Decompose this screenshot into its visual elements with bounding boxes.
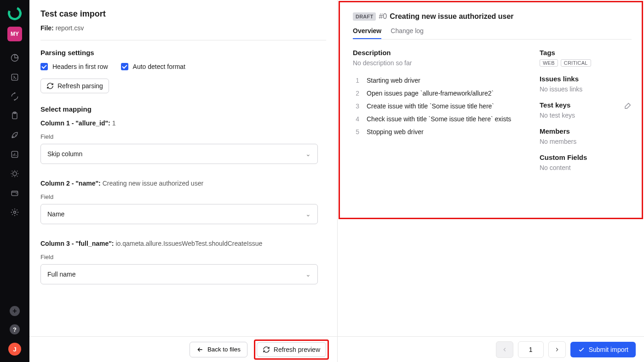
left-footer: Back to files Refresh preview — [29, 336, 337, 362]
page-title: Test case import — [40, 9, 326, 19]
tab-overview[interactable]: Overview — [353, 27, 381, 39]
field-select-1[interactable]: Skip column ⌄ — [40, 144, 318, 164]
issues-links-title: Issues links — [540, 75, 632, 83]
svg-point-5 — [13, 172, 17, 175]
arrow-left-icon — [196, 346, 204, 353]
step-row: 5Stopping web driver — [353, 128, 526, 136]
step-number: 2 — [353, 90, 359, 97]
project-badge[interactable]: MY — [7, 27, 22, 41]
preview-panel: DRAFT #0 Creating new issue authorized u… — [338, 0, 644, 362]
tags-title: Tags — [540, 49, 632, 57]
members-empty: No members — [540, 138, 632, 145]
back-to-files-button[interactable]: Back to files — [190, 342, 247, 357]
app-logo[interactable] — [6, 5, 23, 22]
field-label: Field — [40, 254, 326, 260]
chevron-right-icon — [554, 346, 560, 353]
svg-rect-6 — [12, 191, 17, 196]
field-label: Field — [40, 133, 326, 140]
autodetect-checkbox[interactable]: Auto detect format — [121, 63, 185, 70]
step-number: 3 — [353, 102, 359, 110]
dashboard-icon[interactable] — [10, 53, 19, 62]
wallet-icon[interactable] — [10, 188, 19, 198]
members-title: Members — [540, 127, 632, 135]
column-header-prefix: Column 1 - "allure_id": — [40, 119, 110, 127]
step-row: 1Starting web driver — [353, 77, 526, 84]
page-number-input[interactable] — [518, 341, 544, 358]
chevron-down-icon: ⌄ — [305, 271, 311, 278]
field-select-value: Full name — [47, 271, 75, 278]
field-select-2[interactable]: Name ⌄ — [40, 204, 318, 224]
file-info: File: report.csv — [40, 24, 326, 32]
step-number: 1 — [353, 77, 359, 84]
headers-checkbox[interactable]: Headers in first row — [40, 63, 108, 70]
refresh-parsing-button[interactable]: Refresh parsing — [40, 79, 109, 93]
test-keys-empty: No test keys — [540, 112, 632, 119]
issues-links-empty: No issues links — [540, 85, 632, 93]
checkbox-icon — [121, 63, 128, 70]
user-avatar[interactable]: J — [8, 343, 21, 356]
field-select-3[interactable]: Full name ⌄ — [40, 264, 318, 284]
back-to-files-label: Back to files — [207, 346, 241, 353]
custom-fields-empty: No content — [540, 164, 632, 171]
step-text: Check issue with title `Some issue title… — [367, 115, 511, 123]
preview-tabs: Overview Change log — [353, 27, 632, 40]
field-select-value: Skip column — [47, 150, 82, 158]
checkbox-icon — [40, 63, 48, 70]
refresh-preview-button[interactable]: Refresh preview — [257, 342, 326, 357]
column-header-value: 1 — [112, 119, 116, 127]
chevron-down-icon: ⌄ — [305, 150, 311, 158]
tag-badge: WEB — [540, 59, 558, 67]
preview-highlight-box: DRAFT #0 Creating new issue authorized u… — [339, 1, 643, 219]
step-number: 4 — [353, 115, 359, 123]
mapping-column-1: Column 1 - "allure_id": 1 Field Skip col… — [40, 119, 326, 164]
column-header-value: io.qameta.allure.IssuesWebTest.shouldCre… — [115, 240, 262, 247]
next-page-button[interactable] — [548, 341, 566, 358]
prev-page-button[interactable] — [496, 341, 513, 358]
autodetect-checkbox-label: Auto detect format — [133, 63, 185, 70]
step-text: Starting web driver — [367, 77, 420, 84]
rocket-icon[interactable] — [10, 130, 19, 140]
settings-icon[interactable] — [10, 208, 19, 217]
test-keys-title: Test keys — [540, 101, 570, 109]
app-sidebar: MY + ? J — [0, 0, 29, 362]
step-text: Create issue with title `Some issue titl… — [367, 102, 494, 110]
svg-point-7 — [14, 211, 16, 214]
tag-badge: CRITICAL — [561, 59, 591, 67]
check-icon — [578, 346, 585, 353]
description-empty: No description so far — [353, 59, 526, 67]
column-header-prefix: Column 2 - "name": — [40, 180, 101, 187]
headers-checkbox-label: Headers in first row — [52, 63, 108, 70]
analytics-icon[interactable] — [10, 150, 19, 159]
select-mapping-title: Select mapping — [40, 105, 326, 113]
defects-icon[interactable] — [10, 169, 19, 178]
file-label: File: — [40, 24, 54, 32]
step-row: 4Check issue with title `Some issue titl… — [353, 115, 526, 123]
steps-list: 1Starting web driver 2Open issues page `… — [353, 77, 526, 136]
refresh-icon — [263, 346, 270, 353]
test-cases-icon[interactable] — [10, 73, 19, 82]
chevron-down-icon: ⌄ — [305, 210, 311, 218]
parsing-settings-title: Parsing settings — [40, 49, 326, 57]
field-label: Field — [40, 193, 326, 200]
description-title: Description — [353, 49, 526, 57]
refresh-preview-label: Refresh preview — [274, 346, 320, 353]
clipboard-icon[interactable] — [10, 111, 19, 120]
right-footer: Submit import — [338, 336, 644, 362]
mapping-column-3: Column 3 - "full_name": io.qameta.allure… — [40, 240, 326, 284]
step-row: 3Create issue with title `Some issue tit… — [353, 102, 526, 110]
testcase-id: #0 — [379, 12, 387, 21]
edit-icon[interactable] — [624, 102, 632, 111]
submit-import-button[interactable]: Submit import — [570, 342, 636, 357]
file-name: report.csv — [56, 24, 84, 32]
tab-change-log[interactable]: Change log — [391, 27, 424, 39]
refresh-preview-highlight: Refresh preview — [254, 339, 329, 360]
step-text: Stopping web driver — [367, 128, 424, 136]
field-select-value: Name — [47, 210, 64, 218]
chevron-left-icon — [501, 346, 508, 353]
refresh-parsing-label: Refresh parsing — [58, 82, 103, 90]
help-icon[interactable]: ? — [10, 324, 20, 334]
launches-icon[interactable] — [10, 92, 19, 101]
testcase-title: Creating new issue authorized user — [390, 12, 513, 21]
add-icon[interactable]: + — [10, 306, 20, 316]
submit-import-label: Submit import — [589, 346, 628, 353]
